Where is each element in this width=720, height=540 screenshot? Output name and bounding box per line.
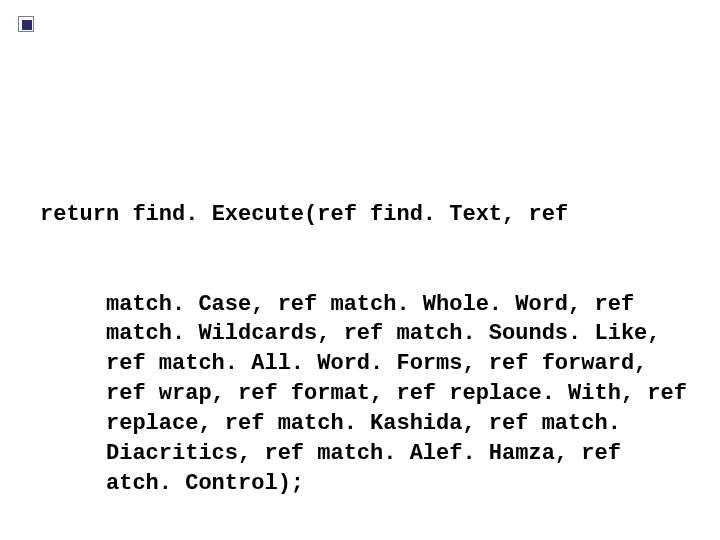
slide-bullet-icon — [18, 16, 36, 34]
code-block: return find. Execute(ref find. Text, ref… — [40, 140, 690, 540]
code-arguments: match. Case, ref match. Whole. Word, ref… — [40, 290, 690, 499]
code-line-return: return find. Execute(ref find. Text, ref — [40, 200, 690, 230]
